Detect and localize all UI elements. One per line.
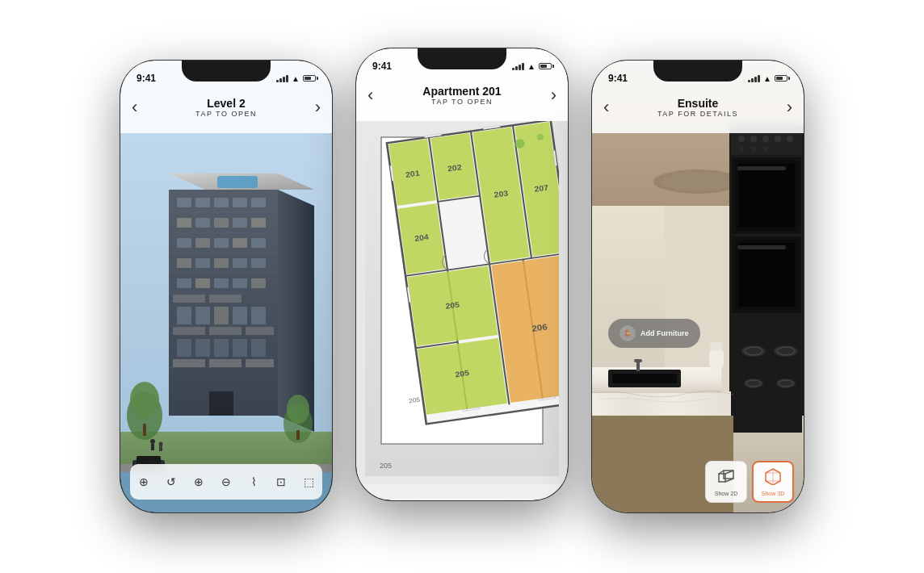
svg-point-129 <box>751 147 756 152</box>
show-2d-icon <box>717 467 735 489</box>
room-title: Ensuite <box>657 97 738 110</box>
svg-rect-19 <box>251 198 266 207</box>
svg-rect-133 <box>738 164 795 228</box>
add-furniture-button[interactable]: 🪑 Add Furniture <box>608 319 700 348</box>
svg-rect-20 <box>177 218 191 228</box>
svg-point-130 <box>763 147 768 152</box>
svg-rect-50 <box>209 391 233 416</box>
nav-prev-2[interactable]: ‹ <box>368 85 373 106</box>
svg-rect-36 <box>195 278 210 288</box>
building-scene <box>120 125 332 472</box>
rotate-icon[interactable]: ↺ <box>158 469 184 495</box>
svg-rect-9 <box>246 359 274 367</box>
svg-rect-16 <box>195 198 210 207</box>
svg-rect-44 <box>251 307 266 324</box>
nav-prev-1[interactable]: ‹ <box>132 97 137 118</box>
svg-rect-149 <box>710 341 723 351</box>
svg-rect-26 <box>195 238 210 248</box>
show-2d-button[interactable]: Show 2D <box>705 461 747 503</box>
svg-rect-24 <box>251 218 266 228</box>
svg-rect-134 <box>737 166 786 170</box>
status-icons-2: ▲ <box>512 62 552 71</box>
svg-rect-31 <box>195 258 210 268</box>
svg-rect-35 <box>177 278 191 288</box>
notch-3 <box>653 61 742 82</box>
svg-rect-43 <box>233 307 247 324</box>
phone1-toolbar: ⊕ ↺ ⊕ ⊖ ⌇ ⊡ ⬚ <box>130 464 322 500</box>
svg-rect-121 <box>634 359 642 362</box>
phone3-toolbar: Show 2D Show 3D <box>705 461 794 503</box>
status-time-3: 9:41 <box>608 73 628 84</box>
svg-rect-46 <box>195 339 210 357</box>
svg-rect-42 <box>214 307 229 324</box>
svg-rect-151 <box>719 474 725 482</box>
svg-rect-45 <box>177 339 191 357</box>
svg-rect-25 <box>177 238 191 248</box>
svg-rect-38 <box>233 278 247 288</box>
zoom-in-icon[interactable]: ⊕ <box>186 469 212 495</box>
floorplan-svg: 201 202 203 207 <box>365 121 559 476</box>
svg-point-125 <box>762 136 769 142</box>
phone-floorplan: 9:41 ▲ <box>356 48 568 500</box>
svg-rect-15 <box>177 198 191 207</box>
battery-icon-1 <box>303 75 316 82</box>
svg-rect-39 <box>251 278 266 288</box>
svg-rect-33 <box>233 258 247 268</box>
header-title-2: Apartment 201 TAP TO OPEN <box>422 85 501 106</box>
level-title: Level 2 <box>195 97 257 110</box>
status-time-2: 9:41 <box>372 61 392 72</box>
furniture-icon: 🪑 <box>620 325 636 341</box>
svg-rect-60 <box>151 444 154 450</box>
battery-icon-2 <box>539 63 552 69</box>
svg-point-61 <box>159 442 163 446</box>
status-icons-3: ▲ <box>748 74 788 83</box>
svg-point-123 <box>738 136 745 142</box>
signal-icon-3 <box>748 75 760 82</box>
nav-next-2[interactable]: › <box>551 85 556 106</box>
svg-text:205: 205 <box>380 462 392 470</box>
building-svg <box>120 125 332 472</box>
save-icon[interactable]: ⬚ <box>296 469 321 495</box>
svg-rect-62 <box>159 445 162 451</box>
svg-rect-13 <box>173 295 205 303</box>
svg-point-59 <box>150 439 155 444</box>
svg-rect-37 <box>214 278 229 288</box>
add-furniture-label: Add Furniture <box>640 329 689 337</box>
status-icons-1: ▲ <box>276 74 316 83</box>
svg-point-52 <box>130 382 159 417</box>
svg-rect-29 <box>251 238 266 248</box>
nav-next-1[interactable]: › <box>315 97 321 118</box>
nav-next-3[interactable]: › <box>787 97 792 118</box>
svg-rect-34 <box>251 258 266 268</box>
svg-rect-18 <box>233 198 247 207</box>
show-3d-button[interactable]: Show 3D <box>752 461 794 503</box>
svg-rect-40 <box>177 307 191 324</box>
svg-point-127 <box>787 136 793 142</box>
svg-point-55 <box>287 395 309 424</box>
svg-rect-23 <box>233 218 247 228</box>
zoom-out-icon[interactable]: ⊖ <box>213 469 239 495</box>
svg-rect-49 <box>251 339 266 357</box>
svg-rect-5 <box>217 176 258 188</box>
measure-icon[interactable]: ⌇ <box>241 469 267 495</box>
camera-icon[interactable]: ⊡ <box>268 469 294 495</box>
level-subtitle: TAP TO OPEN <box>195 110 257 118</box>
svg-rect-27 <box>214 238 229 248</box>
svg-rect-47 <box>214 339 229 357</box>
show-2d-label: Show 2D <box>715 491 737 496</box>
phones-container: 9:41 ▲ <box>0 0 924 573</box>
svg-rect-8 <box>209 359 242 367</box>
screen-header-2: ‹ Apartment 201 TAP TO OPEN › <box>356 77 568 113</box>
svg-point-126 <box>775 136 781 142</box>
show-3d-icon <box>764 467 782 489</box>
svg-rect-53 <box>143 424 146 436</box>
battery-icon-3 <box>775 75 788 82</box>
nav-prev-3[interactable]: ‹ <box>603 97 609 118</box>
phone-building: 9:41 ▲ <box>120 61 332 512</box>
svg-rect-11 <box>209 327 242 335</box>
svg-rect-22 <box>214 218 229 228</box>
move-icon[interactable]: ⊕ <box>131 469 157 495</box>
header-title-1: Level 2 TAP TO OPEN <box>195 97 257 118</box>
wifi-icon-2: ▲ <box>527 62 536 71</box>
svg-rect-17 <box>214 198 229 207</box>
